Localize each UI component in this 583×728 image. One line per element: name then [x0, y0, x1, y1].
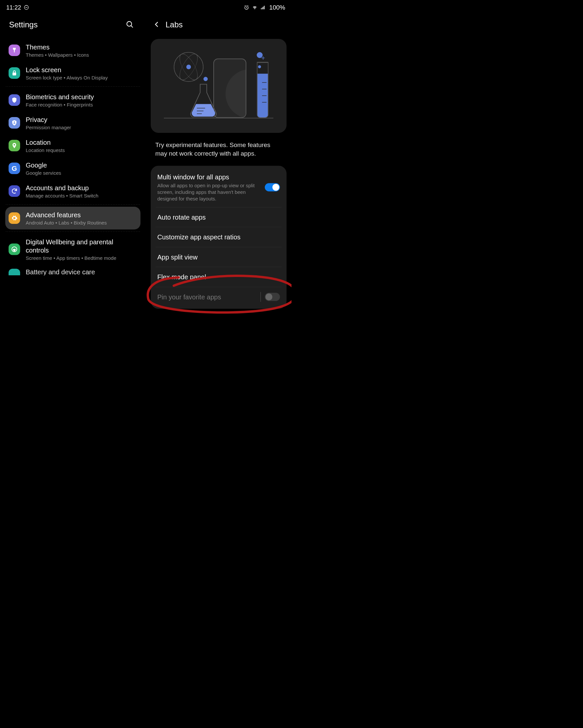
setting-sub: Allow all apps to open in pop-up view or… [157, 182, 261, 202]
setting-aspect-ratios[interactable]: Customize app aspect ratios [151, 227, 286, 247]
svg-rect-13 [12, 73, 16, 76]
svg-line-4 [246, 7, 247, 8]
svg-rect-9 [263, 7, 263, 9]
sync-icon [8, 185, 20, 197]
care-icon [8, 269, 20, 275]
svg-line-12 [131, 26, 133, 28]
item-sub: Screen time • App timers • Bedtime mode [26, 255, 137, 261]
settings-panel: Settings Themes Themes • Wallpapers • Ic… [0, 15, 146, 364]
item-sub: Permission manager [26, 125, 137, 130]
alarm-icon [243, 5, 249, 10]
item-sub: Face recognition • Fingerprints [26, 102, 137, 107]
item-sub: Google services [26, 170, 137, 176]
setting-title: Auto rotate apps [157, 213, 277, 222]
svg-rect-10 [264, 6, 265, 9]
item-location[interactable]: Location Location requests [5, 134, 141, 157]
svg-point-11 [127, 21, 132, 26]
item-battery-care[interactable]: Battery and device care [5, 265, 141, 275]
setting-pin-favorite-apps[interactable]: Pin your favorite apps [151, 287, 286, 307]
item-title: Battery and device care [26, 269, 137, 275]
item-title: Biometrics and security [26, 93, 137, 101]
setting-auto-rotate[interactable]: Auto rotate apps [151, 207, 286, 227]
item-privacy[interactable]: Privacy Permission manager [5, 111, 141, 134]
item-title: Google [26, 161, 137, 169]
setting-title: Pin your favorite apps [157, 293, 253, 301]
status-bar: 11:22 100% [0, 0, 292, 15]
item-sub: Location requests [26, 147, 137, 153]
svg-point-15 [14, 144, 15, 146]
setting-multiwindow[interactable]: Multi window for all apps Allow all apps… [151, 167, 286, 207]
switch-pin-favorite[interactable] [265, 293, 280, 301]
setting-title: Customize app aspect ratios [157, 233, 277, 241]
page-title-labs: Labs [166, 20, 283, 29]
labs-settings-card: Multi window for all apps Allow all apps… [151, 165, 286, 309]
item-digital-wellbeing[interactable]: Digital Wellbeing and parental controls … [5, 234, 141, 265]
divider [5, 204, 141, 205]
dnd-icon [23, 5, 29, 10]
setting-split-view[interactable]: App split view [151, 247, 286, 267]
labs-intro: Try experimental features. Some features… [146, 133, 292, 165]
svg-point-14 [14, 121, 15, 123]
wifi-icon [252, 5, 257, 10]
battery-percent: 100% [269, 4, 285, 11]
item-advanced-features[interactable]: Advanced features Android Auto • Labs • … [5, 207, 141, 230]
setting-flex-mode[interactable]: Flex mode panel [151, 267, 286, 287]
item-title: Digital Wellbeing and parental controls [26, 238, 137, 254]
item-google[interactable]: G Google Google services [5, 157, 141, 180]
item-title: Accounts and backup [26, 184, 137, 192]
labs-illustration: + [151, 39, 286, 133]
google-icon: G [8, 162, 20, 174]
status-time: 11:22 [6, 4, 21, 11]
item-sub: Themes • Wallpapers • Icons [26, 52, 137, 58]
page-title-settings: Settings [9, 20, 125, 29]
item-sub: Screen lock type • Always On Display [26, 75, 137, 80]
item-accounts[interactable]: Accounts and backup Manage accounts • Sm… [5, 180, 141, 203]
item-sub: Android Auto • Labs • Bixby Routines [26, 220, 137, 226]
wellbeing-icon [8, 244, 20, 255]
divider [5, 86, 141, 87]
item-title: Location [26, 138, 137, 147]
item-lockscreen[interactable]: Lock screen Screen lock type • Always On… [5, 62, 141, 84]
labs-panel: Labs [146, 15, 292, 364]
divider [5, 231, 141, 232]
item-title: Privacy [26, 115, 137, 124]
switch-multiwindow[interactable] [265, 183, 280, 191]
search-button[interactable] [125, 20, 134, 29]
setting-title: App split view [157, 253, 277, 261]
item-biometrics[interactable]: Biometrics and security Face recognition… [5, 89, 141, 111]
lock-icon [8, 67, 20, 79]
item-title: Lock screen [26, 66, 137, 74]
item-sub: Manage accounts • Smart Switch [26, 193, 137, 199]
pin-icon [8, 140, 20, 151]
divider [260, 292, 261, 302]
item-themes[interactable]: Themes Themes • Wallpapers • Icons [5, 39, 141, 62]
privacy-icon [8, 117, 20, 129]
svg-line-5 [245, 6, 245, 6]
item-title: Advanced features [26, 211, 137, 219]
back-button[interactable] [152, 20, 161, 29]
svg-rect-7 [261, 8, 261, 9]
svg-line-6 [248, 6, 248, 6]
setting-title: Flex mode panel [157, 273, 277, 281]
svg-rect-8 [262, 7, 262, 9]
signal-icon [260, 5, 266, 10]
themes-icon [8, 45, 20, 56]
gear-icon [8, 212, 20, 224]
shield-icon [8, 94, 20, 106]
item-title: Themes [26, 43, 137, 51]
setting-title: Multi window for all apps [157, 173, 261, 181]
